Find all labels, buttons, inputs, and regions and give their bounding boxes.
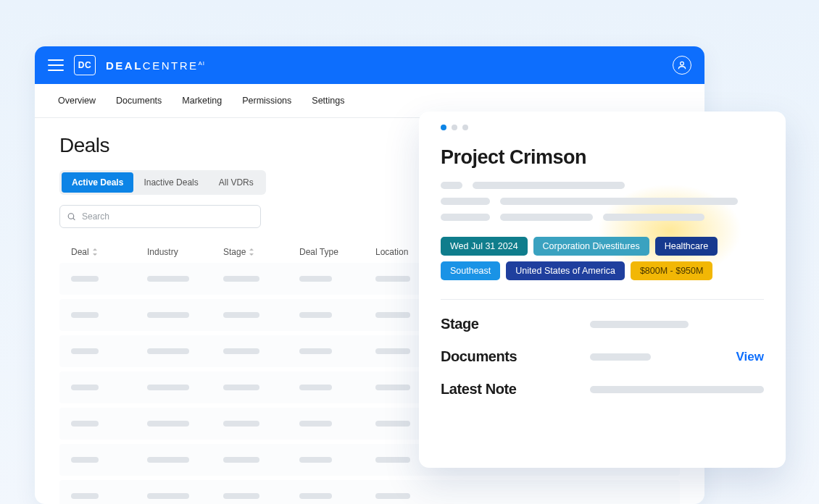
logo-badge: DC (74, 55, 96, 75)
detail-panel: Project Crimson Wed Jul 31 2024Corporati… (419, 112, 786, 468)
detail-value-skeleton (590, 321, 689, 328)
tag: Corporation Divestitures (533, 237, 649, 256)
dot (452, 125, 457, 130)
nav-settings[interactable]: Settings (312, 96, 344, 106)
detail-label-stage: Stage (441, 316, 590, 332)
col-stage-label: Stage (223, 247, 246, 257)
tag: Healthcare (655, 237, 718, 256)
col-stage[interactable]: Stage (223, 247, 299, 257)
nav-overview[interactable]: Overview (58, 96, 96, 106)
tag: United States of America (506, 261, 625, 280)
dot-active (441, 125, 446, 130)
detail-row-latest-note: Latest Note (441, 381, 764, 398)
tag: Southeast (441, 261, 500, 280)
tab-group: Active Deals Inactive Deals All VDRs (59, 170, 266, 195)
sort-icon (249, 248, 254, 256)
tags: Wed Jul 31 2024Corporation DivestituresH… (441, 237, 764, 280)
dot (462, 125, 468, 130)
detail-label-latest-note: Latest Note (441, 381, 590, 398)
col-dealtype[interactable]: Deal Type (299, 247, 375, 257)
svg-point-1 (68, 214, 74, 219)
avatar-icon[interactable] (673, 56, 691, 75)
col-industry[interactable]: Industry (147, 247, 223, 257)
nav-marketing[interactable]: Marketing (182, 96, 222, 106)
tag: Wed Jul 31 2024 (441, 237, 528, 256)
header-left: DC DEALCENTREAI (48, 55, 205, 75)
app-header: DC DEALCENTREAI (35, 46, 704, 84)
tag: $800M - $950M (631, 261, 713, 280)
sort-icon (92, 248, 98, 256)
detail-title: Project Crimson (441, 146, 764, 169)
table-row[interactable] (59, 480, 680, 504)
divider (441, 299, 764, 300)
detail-skeleton (441, 182, 764, 221)
nav-documents[interactable]: Documents (116, 96, 162, 106)
svg-line-2 (73, 218, 75, 220)
col-industry-label: Industry (147, 247, 178, 257)
tab-inactive-deals[interactable]: Inactive Deals (133, 172, 208, 193)
detail-label-documents: Documents (441, 348, 590, 365)
detail-value-skeleton (590, 386, 764, 393)
detail-row-stage: Stage (441, 316, 764, 332)
col-deal-label: Deal (71, 247, 89, 257)
view-link[interactable]: View (736, 350, 764, 364)
detail-value-skeleton (590, 353, 651, 361)
nav-permissions[interactable]: Permissions (242, 96, 291, 106)
detail-row-documents: Documents View (441, 348, 764, 365)
brand-sup: AI (199, 60, 206, 67)
svg-point-0 (681, 62, 684, 65)
search-icon (67, 212, 76, 222)
tab-active-deals[interactable]: Active Deals (62, 172, 133, 193)
col-deal[interactable]: Deal (71, 247, 147, 257)
menu-icon[interactable] (48, 59, 64, 71)
col-dealtype-label: Deal Type (299, 247, 338, 257)
window-dots (441, 125, 764, 130)
search-input[interactable] (59, 205, 261, 228)
tab-all-vdrs[interactable]: All VDRs (209, 172, 264, 193)
col-location-label: Location (375, 247, 408, 257)
brand-light: CENTRE (143, 59, 199, 72)
brand-bold: DEAL (106, 59, 143, 72)
brand-text: DEALCENTREAI (106, 59, 205, 72)
search-wrap (59, 205, 261, 228)
